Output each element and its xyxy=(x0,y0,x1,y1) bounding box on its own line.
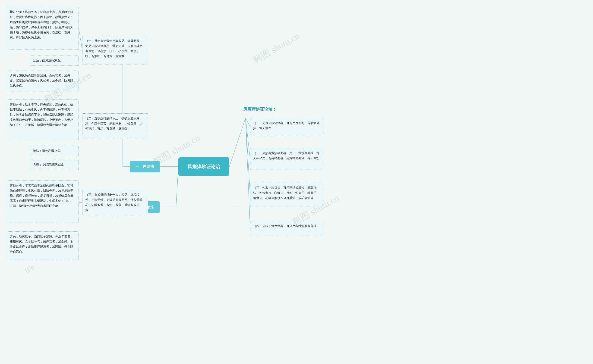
ml1-box: （一）风热血热青年患者多见，病属新起，症见皮肤瘙痒剧烈，遇热更甚，皮肤抓破后有血… xyxy=(82,36,148,65)
bz1-box: 辨证分析：风热外袭，或血热生风，风盛阻于肌肤，故皮肤瘙痒剧烈；因于热邪，故遇热痒… xyxy=(7,7,79,50)
ml2-box: （二）湿热蕴结瘙痒不止，抓破后脂水淋漓；伴口干口苦，胸胁闷胀，小便黄赤，大便秘结… xyxy=(82,113,148,139)
ml2-text: （二）湿热蕴结瘙痒不止，抓破后脂水淋漓；伴口干口苦，胸胁闷胀，小便黄赤，大便秘结… xyxy=(85,117,142,130)
svg-line-5 xyxy=(246,118,250,159)
neizhi-label: 一、内治法 xyxy=(135,164,154,169)
rn3-text: （三）各型皮肤瘙痒，可用药浴或熏洗、熏蒸疗法。如苦参片、白鲜皮、百部、蛇床子、地… xyxy=(253,186,320,200)
zf1-box: 治法：疏风清热凉血。 xyxy=(30,56,79,66)
bz3-box: 辨证分析：年老气血不足或久病耗伤阴血，皆可致血虚肝旺，生风化燥，肌肤失养，故见皮… xyxy=(7,181,79,223)
ife-text: IFe xyxy=(23,263,36,275)
fy2-box: 方药：龙胆泻肝汤加减。 xyxy=(30,160,79,170)
rn3-box: （三）各型皮肤瘙痒，可用药浴或熏洗、熏蒸疗法。如苦参片、白鲜皮、百部、蛇床子、地… xyxy=(250,183,324,207)
fy1-text: 方药：消风散合四物汤加减。血热甚者，加丹皮、紫草以凉血清热；风盛者，加全蝎、防风… xyxy=(10,74,73,87)
svg-line-3 xyxy=(229,118,246,167)
canvas: 树图 shutu.cn 树图 shutu.cn 树图 shutu.cn 树图 s… xyxy=(0,0,593,364)
svg-line-7 xyxy=(246,118,250,228)
svg-line-4 xyxy=(246,118,250,127)
center-node: 风瘙痒辨证论治 xyxy=(178,157,229,176)
zf1-text: 治法：疏风清热凉血。 xyxy=(33,59,63,62)
svg-line-8 xyxy=(79,28,82,50)
rn4-box: （四）皮肤干燥发痒者，可外用各种润肤膏薄搽。 xyxy=(250,221,324,236)
ml1-text: （一）风热血热青年患者多见，病属新起，症见皮肤瘙痒剧烈，遇热更甚，皮肤抓破后有血… xyxy=(85,39,142,58)
fy2-text: 方药：龙胆泻肝汤加减。 xyxy=(33,163,66,166)
rn4-text: （四）皮肤干燥发痒者，可外用各种润肤膏薄搽。 xyxy=(253,224,320,228)
svg-line-1 xyxy=(176,167,178,207)
watermark-3: 树图 shutu.cn xyxy=(250,30,302,67)
rn2-text: （二）皮损有湿疹样变者，用。三黄洗剂外搽，每天4—5次；苔藓样变者，用黄柏霜外涂… xyxy=(253,151,321,160)
bz3-text: 辨证分析：年老气血不足或久病耗伤阴血，皆可致血虚肝旺，生风化燥，肌肤失养，故见皮… xyxy=(10,184,73,208)
bz2-text: 辨证分析：饮食不节，脾失健运，湿热内生，蕴结于肌肤，化热生风，内不得疏泄，外不得… xyxy=(10,103,73,127)
zf2-box: 治法：清热利湿止痒。 xyxy=(30,146,79,156)
mid-box-neizhi: 一、内治法 xyxy=(130,161,160,172)
zf2-text: 治法：清热利湿止痒。 xyxy=(33,149,63,152)
center-label: 风瘙痒辨证论治 xyxy=(188,164,220,170)
rn2-box: （二）皮损有湿疹样变者，用。三黄洗剂外搽，每天4—5次；苔藓样变者，用黄柏霜外涂… xyxy=(250,148,324,170)
fy3-text: 方药：地黄饮子、当归饮子加减。体虚年老者，重用黄芪、党参以补气；瘙痒甚者，加全蝎… xyxy=(10,235,73,254)
right-section-title: 风瘙痒辨证论治： xyxy=(243,106,277,112)
bz1-text: 辨证分析：风热外袭，或血热生风，风盛阻于肌肤，故皮肤瘙痒剧烈；因于热邪，故遇热痒… xyxy=(10,10,73,39)
svg-line-6 xyxy=(246,118,250,195)
bz2-box: 辨证分析：饮食不节，脾失健运，湿热内生，蕴结于肌肤，化热生风，内不得疏泄，外不得… xyxy=(7,99,79,140)
rn1-text: （一）周身皮肤瘙痒者，可选用百部酊、苦参酒外搽，每天数次。 xyxy=(253,121,320,130)
ml3-text: （三）血虚肝旺以老年人为多见，病程较长，皮肤干燥，抓破后血痕累累；伴头晕眼花，失… xyxy=(85,193,142,212)
fy1-box: 方药：消风散合四物汤加减。血热甚者，加丹皮、紫草以凉血清热；风盛者，加全蝎、防风… xyxy=(7,71,79,91)
fy3-box: 方药：地黄饮子、当归饮子加减。体虚年老者，重用黄芪、党参以补气；瘙痒甚者，加全蝎… xyxy=(7,231,79,260)
ml3-box: （三）血虚肝旺以老年人为多见，病程较长，皮肤干燥，抓破后血痕累累；伴头晕眼花，失… xyxy=(82,190,148,215)
rn1-box: （一）周身皮肤瘙痒者，可选用百部酊、苦参酒外搽，每天数次。 xyxy=(250,118,324,135)
